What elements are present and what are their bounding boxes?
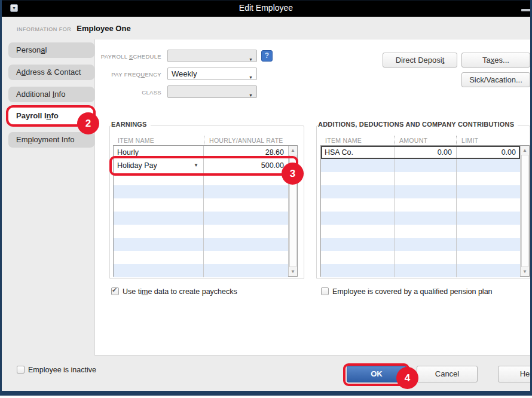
window-border <box>0 0 2 396</box>
empty-table-row[interactable] <box>321 198 520 212</box>
amount-cell[interactable]: 0.00 <box>395 146 457 159</box>
empty-table-row[interactable] <box>321 225 520 238</box>
annotation-step-3: 3 <box>282 163 304 185</box>
empty-table-row[interactable] <box>114 172 288 185</box>
column-header: ITEM NAME <box>113 136 204 145</box>
earnings-row-hourly[interactable]: Hourly 28.60 <box>114 146 288 159</box>
edit-employee-dialog: ▼ Edit Employee INFORMATION FOR Employee… <box>0 0 532 398</box>
scroll-up-icon[interactable]: ▲ <box>521 146 529 155</box>
additions-table-header: ITEM NAME AMOUNT LIMIT <box>320 136 521 145</box>
help-badge-button[interactable]: ? <box>261 50 273 62</box>
direct-deposit-button[interactable]: Direct Deposit <box>383 53 457 68</box>
window-border <box>0 391 532 396</box>
empty-table-row[interactable] <box>114 225 288 238</box>
checkbox-label: Employee is covered by a qualified pensi… <box>332 287 493 296</box>
employee-inactive-checkbox[interactable]: Employee is inactive <box>17 366 96 374</box>
empty-table-row[interactable] <box>321 238 520 251</box>
class-label: CLASS <box>24 89 161 96</box>
sick-vacation-button[interactable]: Sick/Vacation... <box>461 72 530 87</box>
payroll-schedule-label: PAYROLL SCHEDULE <box>24 53 161 60</box>
item-name-cell[interactable]: Holiday Pay ▼ <box>114 159 204 172</box>
annotation-step-2: 2 <box>77 112 99 134</box>
empty-table-row[interactable] <box>114 264 288 277</box>
scroll-up-icon[interactable]: ▲ <box>289 146 297 155</box>
empty-table-row[interactable] <box>321 264 520 277</box>
checkbox-box[interactable] <box>321 287 329 295</box>
chevron-down-icon: ▼ <box>249 90 253 101</box>
checkbox-label: Employee is inactive <box>28 366 96 374</box>
empty-table-row[interactable] <box>321 185 520 198</box>
scroll-down-icon[interactable]: ▼ <box>289 267 297 276</box>
scrollbar-thumb[interactable] <box>521 155 528 267</box>
payroll-schedule-dropdown[interactable]: ▼ <box>167 50 257 62</box>
item-name-cell[interactable]: Hourly <box>114 146 204 159</box>
earnings-title: EARNINGS <box>111 121 151 128</box>
empty-table-row[interactable] <box>321 212 520 225</box>
additions-table: HSA Co. 0.00 0.00 ▲ ▼ <box>320 145 530 277</box>
use-time-data-checkbox[interactable]: ✔ Use time data to create paychecks <box>111 287 237 296</box>
item-name-cell[interactable]: HSA Co. <box>321 146 395 159</box>
column-header: HOURLY/ANNUAL RATE <box>204 136 289 145</box>
annotation-step-4: 4 <box>396 367 418 389</box>
empty-table-row[interactable] <box>321 251 520 264</box>
chevron-down-icon: ▼ <box>249 72 253 83</box>
info-for-label: INFORMATION FOR <box>17 25 71 32</box>
empty-table-row[interactable] <box>321 159 520 172</box>
column-header: LIMIT <box>456 136 521 145</box>
window-title: Edit Employee <box>0 3 532 13</box>
class-dropdown[interactable]: ▼ <box>167 85 257 98</box>
empty-table-row[interactable] <box>114 212 288 225</box>
checkbox-box[interactable] <box>17 366 25 373</box>
additions-title: ADDITIONS, DEDUCTIONS AND COMPANY CONTRI… <box>318 121 518 128</box>
additions-row-hsa[interactable]: HSA Co. 0.00 0.00 <box>321 146 520 159</box>
checkmark-icon: ✔ <box>112 286 117 294</box>
pay-frequency-dropdown[interactable]: Weekly ▼ <box>167 68 257 80</box>
pay-frequency-label: PAY FREQUENCY <box>24 71 161 78</box>
chevron-down-icon: ▼ <box>194 159 198 172</box>
earnings-row-holiday-pay[interactable]: Holiday Pay ▼ 500.00 <box>114 159 288 172</box>
limit-cell[interactable]: 0.00 <box>457 146 520 159</box>
column-header: ITEM NAME <box>320 136 394 145</box>
scrollbar[interactable]: ▲ ▼ <box>520 146 529 276</box>
empty-table-row[interactable] <box>114 185 288 198</box>
pension-plan-checkbox[interactable]: Employee is covered by a qualified pensi… <box>321 287 493 296</box>
column-header: AMOUNT <box>394 136 456 145</box>
rate-cell[interactable]: 28.60 <box>204 146 288 159</box>
empty-table-row[interactable] <box>114 251 288 264</box>
empty-table-row[interactable] <box>321 172 520 185</box>
employee-name: Employee One <box>77 24 130 33</box>
window-border <box>0 396 532 398</box>
info-header: INFORMATION FOR Employee One <box>17 23 131 33</box>
empty-table-row[interactable] <box>114 198 288 212</box>
earnings-table-header: ITEM NAME HOURLY/ANNUAL RATE <box>113 136 289 145</box>
rate-cell[interactable]: 500.00 <box>204 159 288 172</box>
scroll-down-icon[interactable]: ▼ <box>521 267 529 276</box>
chevron-down-icon: ▼ <box>249 54 253 65</box>
checkbox-label: Use time data to create paychecks <box>123 287 237 296</box>
checkbox-box[interactable]: ✔ <box>111 287 119 295</box>
empty-table-row[interactable] <box>114 238 288 251</box>
sidebar-item-employment-info[interactable]: Employment Info <box>8 132 94 148</box>
earnings-table: Hourly 28.60 Holiday Pay ▼ 500.00 ▲ ▼ <box>113 145 298 277</box>
cancel-button[interactable]: Cancel <box>417 366 478 382</box>
help-button[interactable]: Help <box>498 366 532 382</box>
taxes-button[interactable]: Taxes... <box>461 53 530 68</box>
